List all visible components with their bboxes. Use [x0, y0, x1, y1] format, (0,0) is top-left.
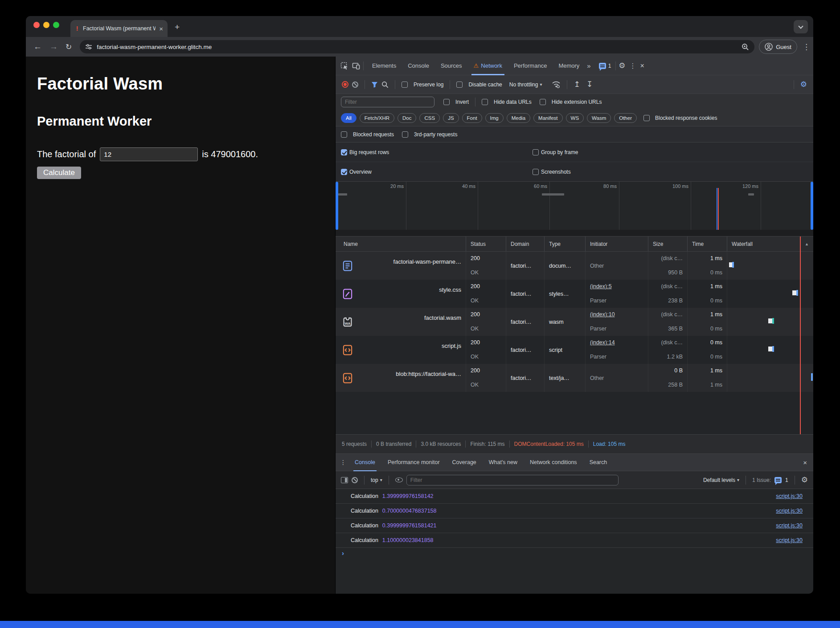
column-domain[interactable]: Domain — [506, 237, 544, 251]
column-time[interactable]: Time — [687, 237, 727, 251]
devtools-close-icon[interactable]: × — [640, 62, 644, 70]
request-row[interactable]: script.js 200OK factori… script (index):… — [336, 336, 813, 364]
context-select[interactable]: top▾ — [371, 477, 382, 483]
calculate-button[interactable]: Calculate — [37, 167, 81, 179]
drawer-menu-icon[interactable]: ⋮ — [340, 459, 346, 466]
request-row[interactable]: blob:https://factorial-wa… 200OK factori… — [336, 364, 813, 392]
initiator-link[interactable]: (index):10 — [590, 311, 643, 318]
device-toolbar-icon[interactable] — [352, 61, 361, 70]
column-status[interactable]: Status — [466, 237, 506, 251]
log-levels-select[interactable]: Default levels▾ — [703, 477, 739, 483]
filter-chip-other[interactable]: Other — [614, 113, 637, 123]
console-settings-icon[interactable]: ⚙ — [801, 475, 808, 485]
window-zoom-button[interactable] — [53, 22, 59, 28]
screenshots-checkbox[interactable] — [533, 169, 539, 175]
zoom-icon[interactable] — [742, 43, 749, 51]
filter-chip-doc[interactable]: Doc — [397, 113, 416, 123]
filter-chip-font[interactable]: Font — [462, 113, 482, 123]
record-network-log-button[interactable] — [342, 81, 348, 88]
issue-label[interactable]: 1 Issue: — [752, 477, 771, 483]
initiator-link[interactable]: (index):14 — [590, 339, 643, 346]
console-message[interactable]: Calculation 0.7000000476837158 script.js… — [336, 504, 813, 518]
network-settings-icon[interactable]: ⚙ — [800, 80, 807, 89]
import-har-icon[interactable]: ↥ — [574, 80, 580, 89]
drawer-tab-network-conditions[interactable]: Network conditions — [524, 453, 583, 471]
clear-console-icon[interactable] — [352, 477, 358, 483]
forward-button[interactable]: → — [49, 42, 58, 52]
filter-chip-ws[interactable]: WS — [566, 113, 584, 123]
network-conditions-icon[interactable] — [552, 81, 561, 88]
filter-chip-fetch-xhr[interactable]: Fetch/XHR — [360, 113, 394, 123]
devtools-menu-icon[interactable]: ⋮ — [630, 62, 636, 70]
console-message[interactable]: Calculation 1.399999976158142 script.js:… — [336, 489, 813, 504]
factorial-number-input[interactable] — [100, 147, 198, 161]
filter-chip-img[interactable]: Img — [485, 113, 504, 123]
request-row[interactable]: WA factorial.wasm 200OK factori… wasm (i… — [336, 308, 813, 336]
reload-button[interactable]: ↻ — [66, 42, 72, 52]
network-overview-timeline[interactable]: 20 ms 40 ms 60 ms 80 ms 100 ms 120 ms 14 — [336, 182, 813, 230]
filter-chip-js[interactable]: JS — [443, 113, 459, 123]
drawer-tab-search[interactable]: Search — [584, 453, 613, 471]
issues-counter[interactable]: 1 — [599, 63, 611, 69]
throttling-select[interactable]: No throttling▾ — [509, 82, 542, 88]
inspect-element-icon[interactable] — [340, 61, 349, 70]
filter-funnel-icon[interactable] — [371, 82, 378, 88]
devtools-settings-icon[interactable]: ⚙ — [619, 61, 625, 70]
invert-checkbox[interactable] — [443, 99, 450, 105]
drawer-tab-whats-new[interactable]: What's new — [483, 453, 523, 471]
live-expression-icon[interactable] — [395, 477, 403, 482]
new-tab-button[interactable]: + — [175, 22, 180, 32]
more-tabs-icon[interactable]: » — [587, 62, 590, 69]
clear-network-log-icon[interactable] — [352, 82, 358, 88]
window-minimize-button[interactable] — [43, 22, 49, 28]
request-row[interactable]: factorial-wasm-permane… 200OK factori… d… — [336, 252, 813, 280]
site-settings-icon[interactable] — [85, 43, 92, 50]
browser-tab[interactable]: ! Factorial Wasm (permanent W × — [70, 20, 168, 37]
tab-close-icon[interactable]: × — [159, 25, 163, 32]
console-message[interactable]: Calculation 1.100000023841858 script.js:… — [336, 533, 813, 548]
browser-menu-button[interactable]: ⋮ — [803, 42, 810, 52]
tab-console[interactable]: Console — [402, 57, 435, 75]
disable-cache-checkbox[interactable] — [456, 82, 463, 88]
column-name[interactable]: Name — [336, 237, 466, 251]
hide-extension-urls-checkbox[interactable] — [540, 99, 546, 105]
blocked-cookies-checkbox[interactable] — [643, 115, 650, 121]
preserve-log-checkbox[interactable] — [402, 82, 408, 88]
back-button[interactable]: ← — [33, 42, 42, 52]
column-type[interactable]: Type — [544, 237, 585, 251]
tab-search-button[interactable] — [794, 20, 808, 33]
blocked-requests-checkbox[interactable] — [341, 131, 347, 138]
console-sidebar-icon[interactable] — [341, 477, 348, 483]
group-by-frame-checkbox[interactable] — [533, 149, 539, 155]
filter-chip-manifest[interactable]: Manifest — [533, 113, 562, 123]
search-icon[interactable] — [381, 81, 389, 88]
issues-icon[interactable] — [774, 477, 782, 483]
filter-chip-wasm[interactable]: Wasm — [587, 113, 611, 123]
initiator-link[interactable]: (index):5 — [590, 283, 643, 290]
network-filter-input[interactable] — [341, 97, 434, 107]
timeline-right-handle[interactable] — [811, 182, 813, 230]
filter-chip-all[interactable]: All — [341, 113, 356, 123]
column-size[interactable]: Size — [648, 237, 687, 251]
source-link[interactable]: script.js:30 — [776, 508, 803, 514]
address-bar[interactable]: factorial-wasm-permanent-worker.glitch.m… — [80, 40, 754, 53]
drawer-close-icon[interactable]: × — [803, 459, 807, 466]
console-filter-input[interactable] — [406, 475, 619, 485]
drawer-tab-console[interactable]: Console — [349, 453, 381, 471]
console-prompt[interactable]: › — [342, 549, 344, 557]
drawer-tab-performance-monitor[interactable]: Performance monitor — [382, 453, 446, 471]
third-party-checkbox[interactable] — [402, 131, 408, 138]
tab-elements[interactable]: Elements — [366, 57, 402, 75]
big-request-rows-checkbox[interactable] — [341, 149, 347, 155]
column-initiator[interactable]: Initiator — [585, 237, 648, 251]
tab-memory[interactable]: Memory — [553, 57, 585, 75]
overview-checkbox[interactable] — [341, 169, 347, 175]
drawer-tab-coverage[interactable]: Coverage — [447, 453, 482, 471]
filter-chip-media[interactable]: Media — [507, 113, 530, 123]
timeline-left-handle[interactable] — [336, 182, 338, 230]
console-message[interactable]: Calculation 0.3999999761581421 script.js… — [336, 518, 813, 533]
source-link[interactable]: script.js:30 — [776, 493, 803, 499]
profile-chip[interactable]: Guest — [759, 40, 797, 54]
tab-sources[interactable]: Sources — [435, 57, 468, 75]
source-link[interactable]: script.js:30 — [776, 537, 803, 543]
